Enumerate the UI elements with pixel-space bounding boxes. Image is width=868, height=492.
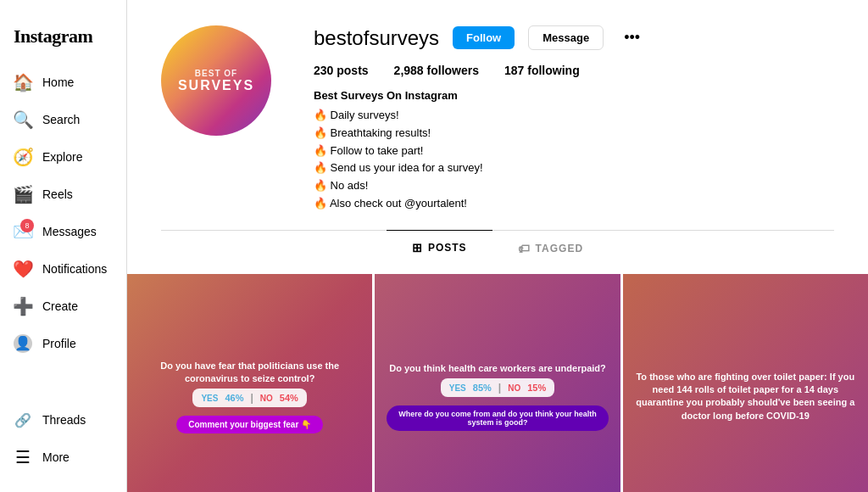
tagged-tab-icon: 🏷 [518,242,531,255]
post-item-1[interactable]: Do you have fear that politicians use th… [127,274,372,492]
more-options-button[interactable]: ••• [617,25,647,50]
home-icon: 🏠 [14,73,32,92]
post-2-poll: YES 85% | NO 15% [441,378,554,397]
post-2-question: Do you think health care workers are und… [389,362,606,375]
following-label: following [527,64,579,77]
create-icon: ➕ [14,297,32,316]
explore-icon: 🧭 [14,148,32,166]
posts-tab-icon: ⊞ [412,241,423,254]
post-1-cta: Comment your biggest fear 👇 [176,416,323,433]
post-2-no-pct: 15% [527,383,546,393]
avatar: BEST OF SURVEYS [161,25,271,136]
posts-label: posts [337,64,368,77]
profile-header: BEST OF SURVEYS bestofsurveys Follow Mes… [127,0,868,230]
more-icon: ☰ [14,448,32,467]
sidebar-nav: 🏠 Home 🔍 Search 🧭 Explore 🎬 Reels ✉️ Mes… [0,64,126,402]
reels-icon: 🎬 [14,185,32,204]
profile-name: Best Surveys On Instagram [314,89,834,102]
avatar-line1: BEST OF [178,69,254,78]
message-button[interactable]: Message [528,25,604,50]
sidebar-label-messages: Messages [42,225,97,238]
posts-count: 230 [314,64,333,77]
sidebar-item-more[interactable]: ☰ More [0,439,126,475]
sidebar-label-reels: Reels [42,187,73,201]
notifications-icon: ❤️ [14,260,32,278]
post-1-poll: YES 46% | NO 54% [192,389,306,407]
post-1-question: Do you have fear that politicians use th… [139,360,360,386]
sidebar-item-threads[interactable]: 🔗 Threads [0,402,126,438]
sidebar-item-create[interactable]: ➕ Create [0,288,126,324]
tab-posts[interactable]: ⊞ POSTS [387,230,492,266]
bio-line-6: 🔥 Also check out @yourtalent! [314,195,834,213]
sidebar-bottom: 🔗 Threads ☰ More [0,402,126,475]
sidebar-label-home: Home [42,75,74,89]
post-3-text: To those who are fighting over toilet pa… [635,371,856,423]
profile-tabs: ⊞ POSTS 🏷 TAGGED [161,230,834,266]
sidebar-label-explore: Explore [42,150,82,164]
sidebar-label-search: Search [42,113,80,126]
followers-count: 2,988 [394,64,424,77]
post-item-3[interactable]: To those who are fighting over toilet pa… [623,274,868,492]
post-item-2[interactable]: Do you think health care workers are und… [375,274,620,492]
sidebar-label-profile: Profile [42,337,76,350]
post-1-no: NO [260,394,273,403]
tab-tagged[interactable]: 🏷 TAGGED [492,231,609,266]
avatar-gradient: BEST OF SURVEYS [161,25,271,136]
posts-grid: Do you have fear that politicians use th… [127,266,868,492]
post-2-cta: Where do you come from and do you think … [387,405,608,431]
following-count: 187 [504,64,524,77]
main-content: BEST OF SURVEYS bestofsurveys Follow Mes… [127,0,868,492]
followers-label: followers [427,64,479,77]
profile-top: bestofsurveys Follow Message ••• [314,25,834,50]
bio-line-4: 🔥 Send us your idea for a survey! [314,159,834,177]
posts-stat: 230 posts [314,64,369,77]
followers-stat[interactable]: 2,988 followers [394,64,479,77]
threads-icon: 🔗 [14,411,32,429]
posts-tab-label: POSTS [428,242,467,254]
messages-badge: 8 [20,219,34,232]
sidebar-item-notifications[interactable]: ❤️ Notifications [0,251,126,287]
search-icon: 🔍 [14,110,32,129]
bio-line-2: 🔥 Breathtaking results! [314,125,834,143]
bio-line-3: 🔥 Follow to take part! [314,143,834,160]
profile-info: bestofsurveys Follow Message ••• 230 pos… [314,25,834,213]
profile-stats: 230 posts 2,988 followers 187 following [314,64,834,77]
post-1-no-pct: 54% [280,393,298,403]
sidebar-label-threads: Threads [42,413,86,427]
sidebar-item-profile[interactable]: 👤 Profile [0,326,126,361]
sidebar-item-reels[interactable]: 🎬 Reels [0,176,126,212]
post-2-no: NO [508,383,520,393]
sidebar-item-explore[interactable]: 🧭 Explore [0,139,126,175]
bio-line-5: 🔥 No ads! [314,177,834,195]
post-2-yes-pct: 85% [473,383,492,393]
sidebar-label-notifications: Notifications [42,262,107,276]
sidebar-item-home[interactable]: 🏠 Home [0,64,126,100]
sidebar-label-more: More [42,450,70,464]
tagged-tab-label: TAGGED [536,243,583,254]
instagram-logo: Instagram [0,17,126,64]
post-1-yes: YES [201,394,218,403]
profile-username: bestofsurveys [314,26,439,50]
sidebar-item-search[interactable]: 🔍 Search [0,102,126,137]
avatar-line2: SURVEYS [178,78,254,93]
sidebar-label-create: Create [42,299,78,313]
bio-line-1: 🔥 Daily surveys! [314,107,834,125]
sidebar-item-messages[interactable]: ✉️ Messages 8 [0,214,126,249]
post-1-yes-pct: 46% [225,393,243,403]
profile-bio: 🔥 Daily surveys! 🔥 Breathtaking results!… [314,107,834,213]
avatar-text: BEST OF SURVEYS [178,69,254,93]
sidebar: Instagram 🏠 Home 🔍 Search 🧭 Explore 🎬 Re… [0,0,127,492]
follow-button[interactable]: Follow [453,26,515,49]
poll-divider-2: | [498,382,501,394]
poll-divider-1: | [250,392,253,404]
post-2-yes: YES [449,383,466,393]
profile-icon: 👤 [14,334,32,353]
following-stat[interactable]: 187 following [504,64,580,77]
